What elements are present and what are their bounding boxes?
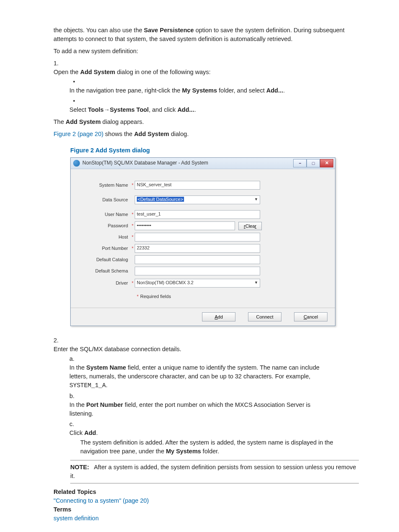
chevron-down-icon: ▼ [254, 280, 258, 285]
input-default-catalog[interactable] [135, 255, 260, 264]
cancel-button[interactable]: Cancel [294, 312, 327, 321]
label-system-name: System Name [80, 182, 130, 189]
label-driver: Driver [80, 280, 130, 287]
input-default-schema[interactable] [135, 267, 260, 275]
label-data-source: Data Source [80, 197, 130, 203]
required-fields-note: *Required fields [135, 293, 326, 300]
label-default-catalog: Default Catalog [80, 257, 130, 263]
input-host[interactable] [135, 233, 260, 242]
chevron-down-icon: ▼ [254, 197, 258, 202]
add-system-dialog: NonStop(TM) SQL/MX Database Manager - Ad… [70, 157, 335, 326]
clear-button[interactable]: rClearClear [238, 222, 262, 230]
term-link-1[interactable]: system definition [54, 515, 99, 522]
label-port-number: Port Number [80, 245, 130, 252]
figure-2-caption: Figure 2 Add System dialog [70, 146, 359, 155]
step1-bullet-1: • In the navigation tree pane, right-cli… [69, 77, 346, 96]
note-block: NOTE: After a system is added, the syste… [70, 460, 359, 483]
hp-logo-icon [73, 160, 80, 167]
label-password: Password [80, 223, 130, 229]
step-1: 1. Open the Add System dialog in one of … [54, 59, 359, 142]
intro-paragraph-1: the objects. You can also use the Save P… [54, 26, 359, 44]
label-user-name: User Name [80, 211, 130, 218]
intro-paragraph-2: To add a new system definition: [54, 47, 359, 56]
related-topics: Related Topics "Connecting to a system" … [54, 488, 359, 523]
minimize-button[interactable] [293, 159, 307, 167]
input-system-name[interactable]: NSK_server_test [135, 181, 260, 190]
step1-bullet-2: • Select Tools→Systems Tool, and click A… [69, 96, 346, 115]
input-user-name[interactable]: test_user_1 [135, 210, 260, 219]
dialog-titlebar[interactable]: NonStop(TM) SQL/MX Database Manager - Ad… [71, 158, 335, 169]
label-default-schema: Default Schema [80, 268, 130, 275]
label-host: Host [80, 234, 130, 241]
close-button[interactable] [320, 159, 333, 167]
input-port-number[interactable]: 22332 [135, 244, 260, 253]
step-2: 2. Enter the SQL/MX database connection … [54, 336, 359, 456]
combo-data-source[interactable]: <Default DataSource> ▼ [135, 195, 260, 204]
related-link-1[interactable]: "Connecting to a system" (page 20) [54, 497, 149, 504]
combo-driver[interactable]: NonStop(TM) ODBCMX 3.2 ▼ [135, 279, 260, 288]
dialog-title: NonStop(TM) SQL/MX Database Manager - Ad… [82, 159, 293, 167]
input-password[interactable]: ••••••••• [135, 221, 235, 230]
connect-button[interactable]: Connect [248, 312, 281, 321]
figure-ref-link[interactable]: Figure 2 (page 20) [54, 131, 103, 137]
maximize-button[interactable] [307, 159, 320, 167]
add-button[interactable]: Add [202, 312, 235, 321]
